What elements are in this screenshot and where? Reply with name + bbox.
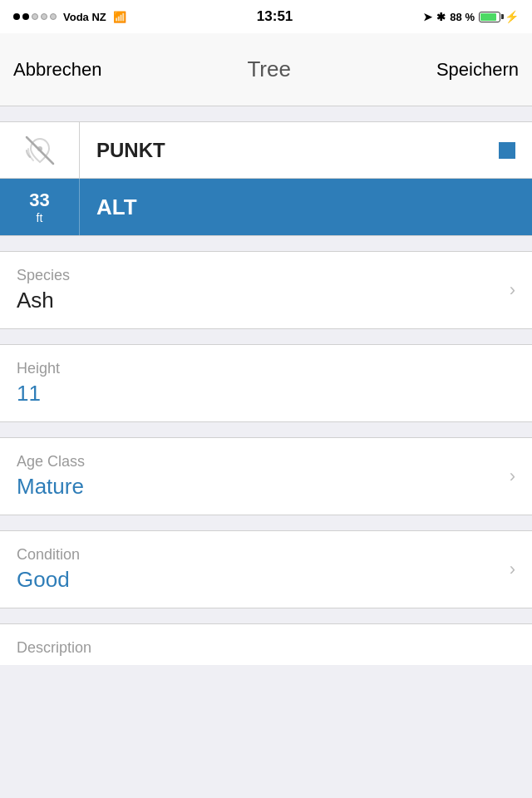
signal-dot-3	[32, 13, 38, 20]
battery-percent: 88 %	[450, 11, 475, 23]
cancel-button[interactable]: Abbrechen	[13, 59, 101, 81]
species-chevron-icon: ›	[510, 279, 515, 301]
condition-chevron-icon: ›	[510, 559, 515, 580]
condition-field[interactable]: Condition Good ›	[0, 530, 532, 608]
signal-dot-4	[41, 13, 47, 20]
gps-icon	[22, 132, 58, 169]
description-label: Description	[17, 639, 515, 657]
age-class-field[interactable]: Age Class Mature ›	[0, 437, 532, 515]
alt-number: 33	[29, 190, 49, 211]
nav-bar: Abbrechen Tree Speichern	[0, 33, 532, 106]
main-content: PUNKT 33 ft ALT Species Ash › Height 11 …	[0, 106, 532, 680]
carrier-label: Voda NZ	[63, 11, 106, 23]
status-left: Voda NZ 📶	[13, 11, 126, 23]
age-class-value: Mature	[17, 474, 515, 500]
age-class-label: Age Class	[17, 453, 515, 470]
height-label: Height	[17, 360, 515, 377]
status-bar: Voda NZ 📶 13:51 ➤ ✱ 88 % ⚡	[0, 0, 532, 33]
svg-point-1	[37, 146, 42, 151]
species-value: Ash	[17, 288, 515, 313]
status-right: ➤ ✱ 88 % ⚡	[423, 10, 519, 23]
alt-number-cell: 33 ft	[0, 179, 80, 235]
alt-label: ALT	[80, 195, 532, 220]
blue-indicator	[499, 142, 515, 159]
battery-level	[480, 13, 496, 21]
condition-value: Good	[17, 567, 515, 593]
signal-dot-2	[22, 13, 29, 20]
alt-row[interactable]: 33 ft ALT	[0, 179, 532, 235]
condition-label: Condition	[17, 546, 515, 564]
species-field[interactable]: Species Ash ›	[0, 251, 532, 329]
height-value: 11	[17, 381, 515, 406]
wifi-icon: 📶	[113, 11, 126, 23]
gps-block: PUNKT 33 ft ALT	[0, 121, 532, 236]
gps-icon-cell	[0, 122, 80, 178]
status-time: 13:51	[257, 8, 293, 25]
punkt-row[interactable]: PUNKT	[0, 122, 532, 179]
alt-unit: ft	[37, 211, 43, 224]
save-button[interactable]: Speichern	[436, 59, 519, 81]
height-field[interactable]: Height 11	[0, 344, 532, 422]
signal-dot-5	[50, 13, 57, 20]
signal-dot-1	[13, 13, 20, 20]
nav-title: Tree	[247, 57, 291, 82]
bluetooth-icon: ✱	[436, 11, 446, 23]
punkt-label: PUNKT	[80, 139, 499, 162]
signal-dots	[13, 13, 57, 20]
species-label: Species	[17, 267, 515, 284]
charging-icon: ⚡	[505, 10, 519, 23]
battery-indicator	[479, 12, 500, 22]
location-icon: ➤	[423, 11, 432, 23]
battery-body	[479, 12, 500, 22]
age-class-chevron-icon: ›	[510, 466, 515, 487]
description-field[interactable]: Description	[0, 623, 532, 665]
